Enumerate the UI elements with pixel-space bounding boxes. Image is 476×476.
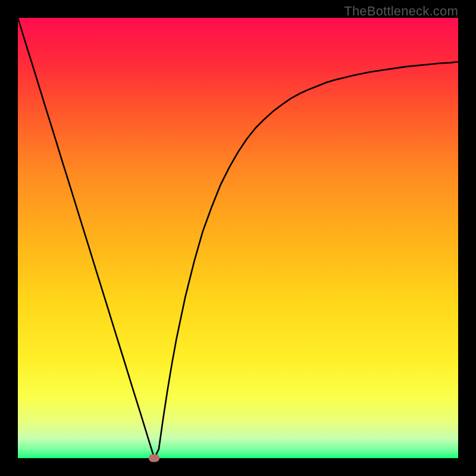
chart-frame: TheBottleneck.com [0,0,476,476]
gradient-background [18,18,458,458]
minimum-marker [149,455,159,462]
svg-rect-0 [18,18,458,458]
branding-label: TheBottleneck.com [344,4,458,19]
plot-area [18,18,458,458]
